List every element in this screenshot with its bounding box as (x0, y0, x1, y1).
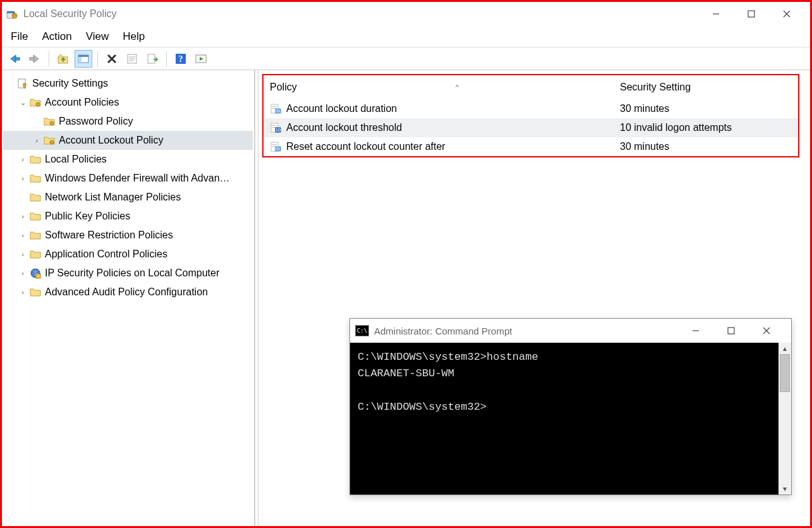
scroll-thumb[interactable] (780, 354, 790, 392)
chevron-right-icon[interactable]: › (17, 269, 28, 277)
policy-value: 30 minutes (620, 141, 669, 152)
help-button[interactable]: ? (172, 50, 190, 68)
maximize-button[interactable] (743, 6, 760, 22)
tree-item-public-key-policies[interactable]: › Public Key Policies (3, 207, 253, 226)
policy-name: Account lockout duration (286, 103, 397, 114)
folder-icon (28, 230, 42, 240)
globe-icon (28, 267, 42, 279)
svg-rect-45 (728, 328, 734, 334)
svg-text:?: ? (179, 54, 183, 64)
tree-label: Application Control Policies (45, 249, 167, 260)
shield-doc-icon (16, 78, 30, 89)
chevron-right-icon[interactable]: › (17, 288, 28, 296)
folder-icon (28, 154, 42, 164)
show-hide-tree-button[interactable] (75, 50, 92, 68)
cmd-window-controls (688, 322, 786, 339)
svg-rect-13 (78, 55, 88, 57)
folder-icon (42, 116, 56, 126)
policy-name: Account lockout threshold (286, 122, 402, 133)
svg-text:10: 10 (276, 147, 281, 151)
policy-icon: 10 (269, 122, 282, 133)
svg-rect-28 (36, 274, 40, 278)
svg-rect-1 (7, 11, 15, 13)
column-header-policy[interactable]: Policy (270, 82, 297, 93)
policy-value: 30 minutes (620, 103, 669, 114)
chevron-right-icon[interactable]: › (31, 137, 42, 144)
tree-item-account-policies[interactable]: ⌄ Account Policies (3, 93, 253, 112)
nav-forward-button[interactable] (26, 50, 44, 68)
chevron-right-icon[interactable]: › (17, 156, 28, 163)
tree-item-software-restriction[interactable]: › Software Restriction Policies (3, 226, 253, 245)
tree-item-advanced-audit[interactable]: › Advanced Audit Policy Configuration (3, 283, 253, 302)
svg-point-24 (36, 102, 40, 106)
folder-icon (28, 192, 42, 202)
svg-point-25 (50, 121, 54, 125)
action-button[interactable] (192, 50, 210, 68)
toolbar-separator (166, 51, 167, 66)
folder-icon (28, 173, 42, 183)
policy-icon: 10 (269, 103, 282, 114)
policy-list-highlight: Policy ^ Security Setting 10 Account loc… (262, 74, 799, 157)
column-header-security-setting[interactable]: Security Setting (620, 82, 691, 92)
cmd-scrollbar[interactable]: ▴ ▾ (779, 343, 791, 494)
close-button[interactable] (779, 6, 795, 22)
command-prompt-window[interactable]: C:\ Administrator: Command Prompt C:\WIN… (349, 318, 792, 495)
tree-item-windows-defender-firewall[interactable]: › Windows Defender Firewall with Advan… (3, 169, 253, 188)
toolbar-separator (97, 51, 98, 66)
tree-root-security-settings[interactable]: ▶ Security Settings (3, 74, 253, 93)
menu-action[interactable]: Action (42, 30, 71, 43)
cmd-titlebar[interactable]: C:\ Administrator: Command Prompt (350, 319, 791, 343)
cmd-window-title: Administrator: Command Prompt (374, 326, 688, 336)
toolbar-separator (49, 51, 49, 66)
svg-text:10: 10 (276, 128, 281, 132)
up-one-level-button[interactable] (54, 50, 72, 68)
tree-item-local-policies[interactable]: › Local Policies (3, 150, 253, 169)
svg-text:10: 10 (276, 109, 281, 113)
tree-item-account-lockout-policy[interactable]: › Account Lockout Policy (3, 131, 253, 150)
tree-pane: ▶ Security Settings ⌄ (2, 70, 255, 526)
app-icon (6, 8, 18, 20)
tree-item-application-control[interactable]: › Application Control Policies (3, 245, 253, 264)
chevron-right-icon[interactable]: › (17, 231, 28, 239)
menu-help[interactable]: Help (123, 30, 145, 43)
menu-view[interactable]: View (86, 30, 109, 43)
menu-file[interactable]: File (11, 30, 28, 43)
cmd-maximize-button[interactable] (723, 322, 739, 339)
titlebar: Local Security Policy (2, 2, 810, 26)
nav-back-button[interactable] (6, 50, 23, 68)
policy-row[interactable]: 10 Account lockout threshold 10 invalid … (264, 118, 798, 137)
policy-icon: 10 (269, 141, 282, 152)
tree-label: Advanced Audit Policy Configuration (45, 286, 208, 298)
export-list-button[interactable] (143, 50, 161, 68)
policy-name: Reset account lockout counter after (286, 141, 445, 152)
cmd-console-output[interactable]: C:\WINDOWS\system32>hostname CLARANET-SB… (350, 343, 791, 494)
properties-button[interactable] (123, 50, 141, 68)
scroll-up-icon[interactable]: ▴ (783, 344, 787, 353)
svg-point-2 (12, 13, 17, 18)
svg-rect-8 (15, 58, 20, 60)
tree-label: Account Policies (45, 97, 119, 108)
tree-label: IP Security Policies on Local Computer (45, 267, 219, 279)
delete-button[interactable] (103, 50, 121, 68)
window-title: Local Security Policy (23, 8, 708, 20)
cmd-minimize-button[interactable] (688, 322, 704, 339)
policy-row[interactable]: 10 Account lockout duration 30 minutes (264, 99, 798, 118)
tree-item-password-policy[interactable]: ▶ Password Policy (3, 112, 253, 131)
minimize-button[interactable] (708, 6, 724, 22)
tree-item-ip-security[interactable]: › IP Security Policies on Local Computer (3, 264, 253, 283)
tree-label: Software Restriction Policies (45, 230, 173, 241)
svg-rect-18 (148, 54, 155, 63)
menubar: File Action View Help (2, 26, 810, 47)
tree-label: Public Key Policies (45, 211, 130, 222)
scroll-down-icon[interactable]: ▾ (783, 484, 787, 493)
chevron-right-icon[interactable]: › (17, 175, 28, 182)
folder-icon (28, 287, 42, 297)
tree-item-network-list-manager[interactable]: › Network List Manager Policies (3, 188, 253, 207)
chevron-down-icon[interactable]: ⌄ (17, 99, 28, 107)
folder-icon (28, 211, 42, 221)
cmd-close-button[interactable] (758, 322, 775, 339)
chevron-right-icon[interactable]: › (17, 212, 28, 220)
tree-label: Network List Manager Policies (45, 192, 181, 203)
chevron-right-icon[interactable]: › (17, 250, 28, 258)
policy-row[interactable]: 10 Reset account lockout counter after 3… (264, 137, 798, 156)
